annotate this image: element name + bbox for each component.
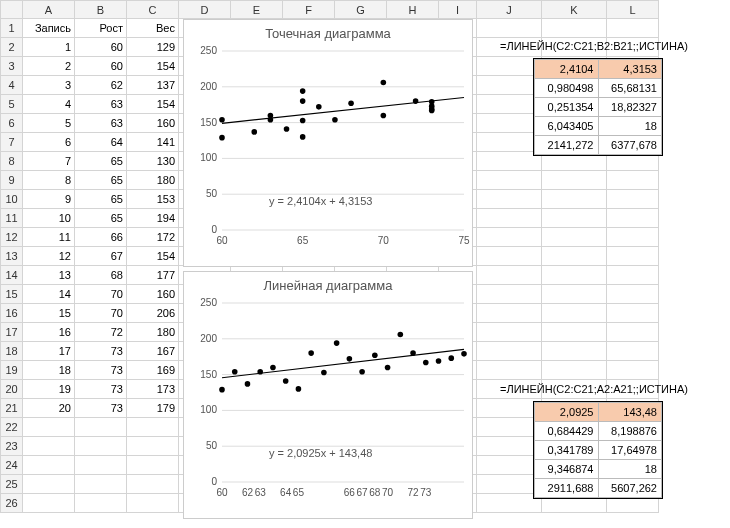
cell[interactable] — [477, 475, 542, 494]
row-header[interactable]: 21 — [1, 399, 23, 418]
cell[interactable]: Рост — [75, 19, 127, 38]
row-header[interactable]: 7 — [1, 133, 23, 152]
cell[interactable]: 13 — [23, 266, 75, 285]
cell[interactable]: 9 — [23, 190, 75, 209]
row-header[interactable]: 3 — [1, 57, 23, 76]
cell[interactable]: 68 — [75, 266, 127, 285]
cell[interactable]: Запись — [23, 19, 75, 38]
cell[interactable] — [542, 304, 607, 323]
cell[interactable] — [542, 342, 607, 361]
scatter-chart[interactable]: Точечная диаграмма 050100150200250 60657… — [183, 19, 473, 267]
cell[interactable]: 154 — [127, 95, 179, 114]
cell[interactable]: 19 — [23, 380, 75, 399]
cell[interactable]: 17 — [23, 342, 75, 361]
cell[interactable]: 6 — [23, 133, 75, 152]
column-header[interactable]: B — [75, 1, 127, 19]
cell[interactable]: 65 — [75, 171, 127, 190]
cell[interactable]: 5 — [23, 114, 75, 133]
column-header[interactable]: G — [335, 1, 387, 19]
formula-cell-1[interactable]: =ЛИНЕЙН(C2:C21;B2:B21;;ИСТИНА) — [500, 40, 688, 52]
cell[interactable] — [607, 342, 659, 361]
cell[interactable]: 1 — [23, 38, 75, 57]
cell[interactable] — [607, 285, 659, 304]
cell[interactable] — [477, 494, 542, 513]
cell[interactable] — [477, 76, 542, 95]
cell[interactable]: 3 — [23, 76, 75, 95]
cell[interactable]: 137 — [127, 76, 179, 95]
column-header[interactable]: L — [607, 1, 659, 19]
cell[interactable]: 72 — [75, 323, 127, 342]
cell[interactable] — [477, 418, 542, 437]
row-header[interactable]: 17 — [1, 323, 23, 342]
cell[interactable]: 180 — [127, 171, 179, 190]
cell[interactable] — [477, 456, 542, 475]
column-header[interactable]: E — [231, 1, 283, 19]
cell[interactable]: 160 — [127, 285, 179, 304]
column-header[interactable]: D — [179, 1, 231, 19]
cell[interactable] — [607, 19, 659, 38]
cell[interactable] — [542, 209, 607, 228]
cell[interactable] — [542, 190, 607, 209]
cell[interactable] — [542, 361, 607, 380]
cell[interactable]: 141 — [127, 133, 179, 152]
cell[interactable] — [542, 19, 607, 38]
cell[interactable] — [477, 171, 542, 190]
cell[interactable] — [542, 247, 607, 266]
cell[interactable] — [607, 266, 659, 285]
cell[interactable]: 16 — [23, 323, 75, 342]
column-header[interactable]: F — [283, 1, 335, 19]
cell[interactable]: 62 — [75, 76, 127, 95]
cell[interactable] — [542, 228, 607, 247]
cell[interactable]: 60 — [75, 57, 127, 76]
row-header[interactable]: 10 — [1, 190, 23, 209]
cell[interactable] — [542, 266, 607, 285]
cell[interactable] — [542, 285, 607, 304]
cell[interactable] — [607, 171, 659, 190]
row-header[interactable]: 4 — [1, 76, 23, 95]
cell[interactable]: 194 — [127, 209, 179, 228]
cell[interactable] — [23, 437, 75, 456]
cell[interactable] — [127, 475, 179, 494]
row-header[interactable]: 1 — [1, 19, 23, 38]
cell[interactable] — [607, 247, 659, 266]
cell[interactable]: 179 — [127, 399, 179, 418]
cell[interactable]: 153 — [127, 190, 179, 209]
cell[interactable]: 8 — [23, 171, 75, 190]
cell[interactable] — [477, 361, 542, 380]
cell[interactable]: 172 — [127, 228, 179, 247]
cell[interactable] — [477, 57, 542, 76]
cell[interactable]: 65 — [75, 209, 127, 228]
cell[interactable] — [477, 247, 542, 266]
cell[interactable]: 14 — [23, 285, 75, 304]
cell[interactable]: 15 — [23, 304, 75, 323]
cell[interactable] — [75, 456, 127, 475]
cell[interactable]: 206 — [127, 304, 179, 323]
cell[interactable] — [477, 133, 542, 152]
row-header[interactable]: 15 — [1, 285, 23, 304]
row-header[interactable]: 9 — [1, 171, 23, 190]
cell[interactable]: 130 — [127, 152, 179, 171]
row-header[interactable]: 6 — [1, 114, 23, 133]
row-header[interactable]: 23 — [1, 437, 23, 456]
cell[interactable] — [542, 171, 607, 190]
cell[interactable] — [477, 95, 542, 114]
cell[interactable] — [477, 304, 542, 323]
cell[interactable] — [477, 285, 542, 304]
row-header[interactable]: 12 — [1, 228, 23, 247]
cell[interactable]: 160 — [127, 114, 179, 133]
cell[interactable]: 4 — [23, 95, 75, 114]
row-header[interactable]: 20 — [1, 380, 23, 399]
cell[interactable] — [607, 190, 659, 209]
row-header[interactable]: 25 — [1, 475, 23, 494]
column-header[interactable]: K — [542, 1, 607, 19]
cell[interactable]: 73 — [75, 342, 127, 361]
linest-result-2[interactable]: 2,0925143,480,6844298,1988760,34178917,6… — [533, 401, 663, 499]
cell[interactable] — [477, 228, 542, 247]
cell[interactable] — [477, 114, 542, 133]
cell[interactable] — [477, 342, 542, 361]
cell[interactable] — [23, 494, 75, 513]
cell[interactable]: 177 — [127, 266, 179, 285]
cell[interactable] — [75, 418, 127, 437]
cell[interactable]: 65 — [75, 152, 127, 171]
cell[interactable] — [477, 209, 542, 228]
